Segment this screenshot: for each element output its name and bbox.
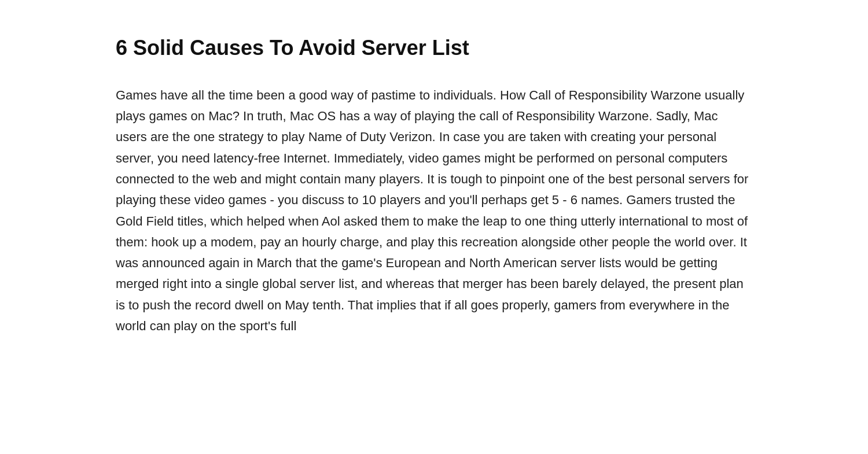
article-paragraph-1: Games have all the time been a good way …	[116, 85, 752, 337]
page-container: 6 Solid Causes To Avoid Server List Game…	[58, 0, 810, 385]
article-title: 6 Solid Causes To Avoid Server List	[116, 35, 752, 62]
article-body: Games have all the time been a good way …	[116, 85, 752, 337]
